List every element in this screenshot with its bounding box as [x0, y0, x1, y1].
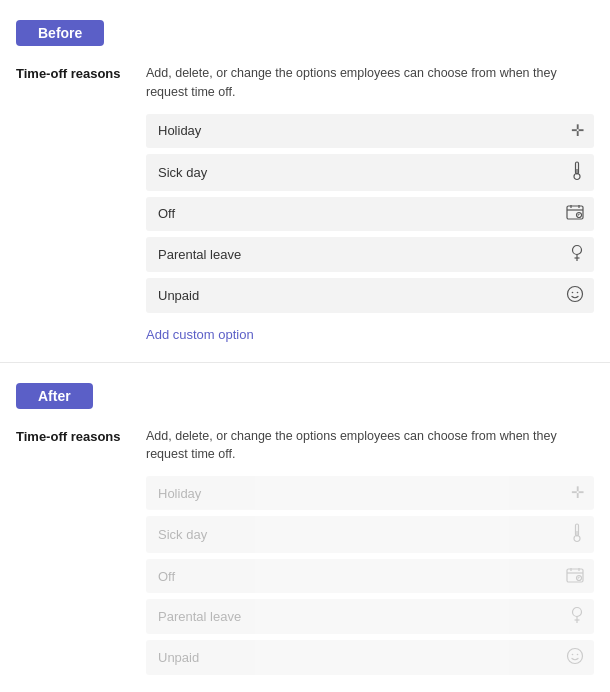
table-row: Unpaid: [146, 640, 594, 675]
move-icon-after: ✛: [571, 485, 584, 501]
calendar-icon-after: [566, 567, 584, 586]
option-text-holiday: Holiday: [158, 123, 201, 138]
add-custom-button[interactable]: Add custom option: [146, 327, 254, 342]
before-field-label: Time-off reasons: [16, 64, 146, 81]
option-text-off-after: Off: [158, 569, 175, 584]
svg-point-14: [572, 291, 574, 293]
before-section: Before Time-off reasons Add, delete, or …: [0, 0, 610, 363]
before-field-content: Add, delete, or change the options emplo…: [146, 64, 594, 342]
before-label: Before: [16, 20, 104, 46]
table-row: Sick day: [146, 516, 594, 553]
thermometer-icon: [570, 161, 584, 184]
before-row: Time-off reasons Add, delete, or change …: [0, 64, 610, 342]
svg-point-10: [573, 245, 582, 254]
option-text-parental: Parental leave: [158, 247, 241, 262]
svg-point-13: [568, 286, 583, 301]
table-row[interactable]: Parental leave: [146, 237, 594, 272]
after-field-label: Time-off reasons: [16, 427, 146, 444]
svg-point-30: [572, 654, 574, 656]
option-text-sickday-after: Sick day: [158, 527, 207, 542]
option-text-off: Off: [158, 206, 175, 221]
table-row[interactable]: Holiday ✛: [146, 114, 594, 148]
smiley-icon-after: [566, 647, 584, 668]
table-row: Parental leave: [146, 599, 594, 634]
table-row: Off: [146, 559, 594, 593]
after-row: Time-off reasons Add, delete, or change …: [0, 427, 610, 693]
svg-point-15: [577, 291, 579, 293]
table-row[interactable]: Sick day: [146, 154, 594, 191]
option-text-parental-after: Parental leave: [158, 609, 241, 624]
after-section: After Time-off reasons Add, delete, or c…: [0, 363, 610, 693]
before-option-list: Holiday ✛ Sick day Off: [146, 114, 594, 313]
after-label: After: [16, 383, 93, 409]
option-text-unpaid: Unpaid: [158, 288, 199, 303]
table-row: Holiday ✛: [146, 476, 594, 510]
table-row[interactable]: Unpaid: [146, 278, 594, 313]
option-text-sickday: Sick day: [158, 165, 207, 180]
after-field-desc: Add, delete, or change the options emplo…: [146, 427, 594, 465]
gender-icon-after: [570, 606, 584, 627]
option-text-holiday-after: Holiday: [158, 486, 201, 501]
gender-icon: [570, 244, 584, 265]
table-row[interactable]: Off: [146, 197, 594, 231]
before-field-desc: Add, delete, or change the options emplo…: [146, 64, 594, 102]
svg-point-26: [573, 608, 582, 617]
option-text-unpaid-after: Unpaid: [158, 650, 199, 665]
svg-point-29: [568, 649, 583, 664]
calendar-icon: [566, 204, 584, 223]
after-option-list: Holiday ✛ Sick day Off: [146, 476, 594, 675]
after-field-content: Add, delete, or change the options emplo…: [146, 427, 594, 693]
svg-point-31: [577, 654, 579, 656]
move-icon: ✛: [571, 123, 584, 139]
smiley-icon: [566, 285, 584, 306]
thermometer-icon-after: [570, 523, 584, 546]
